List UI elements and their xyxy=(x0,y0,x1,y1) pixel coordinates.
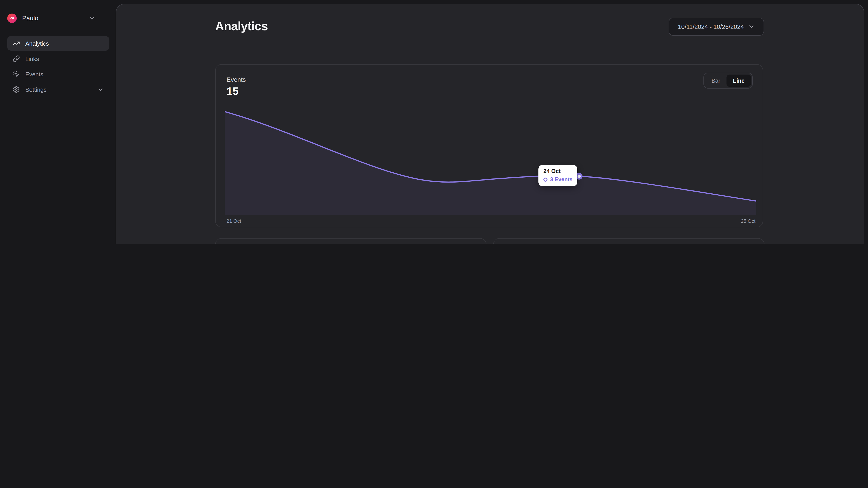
chevron-down-icon xyxy=(747,23,755,30)
sidebar-nav: Analytics Links Events Settings xyxy=(7,36,110,98)
sidebar-item-label: Settings xyxy=(25,86,46,93)
highlighted-point xyxy=(577,174,582,179)
toggle-bar[interactable]: Bar xyxy=(705,74,727,87)
x-axis: 21 Oct 25 Oct xyxy=(226,218,755,224)
tooltip-date: 24 Oct xyxy=(544,168,572,174)
chart-tooltip: 24 Oct 3 Events xyxy=(538,165,578,186)
sidebar-item-label: Links xyxy=(25,55,39,62)
gear-icon xyxy=(13,86,20,93)
events-total: 15 xyxy=(226,85,239,98)
toggle-line[interactable]: Line xyxy=(727,74,751,87)
app-root: PA Paulo Analytics Links xyxy=(0,0,868,244)
link-icon xyxy=(13,55,20,62)
chevron-down-icon xyxy=(89,14,96,22)
user-name: Paulo xyxy=(22,14,89,22)
events-metric-label: Events xyxy=(226,76,246,83)
sidebar-item-events[interactable]: Events xyxy=(7,67,110,81)
page-title: Analytics xyxy=(215,20,268,33)
chevron-down-icon xyxy=(97,86,104,93)
devices-card: Devices devices browsers OS language Des… xyxy=(493,238,765,244)
sidebar-item-label: Analytics xyxy=(25,40,49,47)
tooltip-value: 3 Events xyxy=(550,176,572,183)
events-line-chart[interactable]: 24 Oct 3 Events xyxy=(225,110,756,215)
events-chart-card: Events 15 Bar Line 24 Oct 3 Events 21 Oc… xyxy=(215,64,763,227)
sidebar: PA Paulo Analytics Links xyxy=(0,0,116,244)
circle-icon xyxy=(544,177,548,182)
sidebar-item-analytics[interactable]: Analytics xyxy=(7,36,110,51)
line-chart-svg xyxy=(225,110,756,215)
sidebar-item-settings[interactable]: Settings xyxy=(7,82,110,97)
users-card: Users countries regions cities Brazil 16 xyxy=(215,238,487,244)
x-axis-start-label: 21 Oct xyxy=(226,218,241,224)
date-range-picker[interactable]: 10/11/2024 - 10/26/2024 xyxy=(669,18,764,36)
trending-up-icon xyxy=(13,40,20,47)
workspace-switcher[interactable]: PA Paulo xyxy=(7,12,108,24)
avatar: PA xyxy=(7,13,17,23)
sidebar-item-links[interactable]: Links xyxy=(7,52,110,66)
sidebar-item-label: Events xyxy=(25,71,43,77)
x-axis-end-label: 25 Oct xyxy=(741,218,755,224)
date-range-value: 10/11/2024 - 10/26/2024 xyxy=(678,23,744,30)
chart-type-toggle: Bar Line xyxy=(704,73,753,89)
cursor-click-icon xyxy=(13,70,20,78)
